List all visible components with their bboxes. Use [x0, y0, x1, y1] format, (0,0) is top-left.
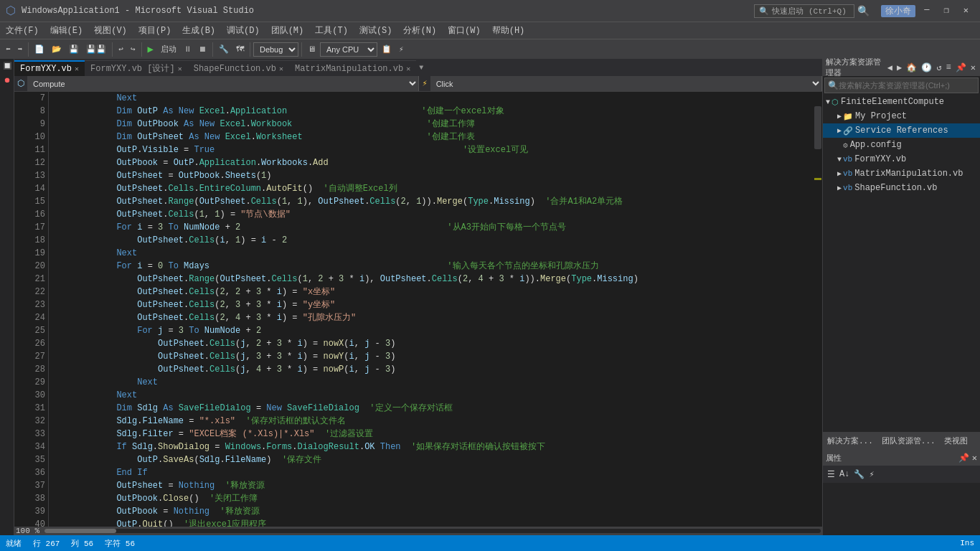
tab-formyxy-vb[interactable]: FormYXY.vb ✕ [14, 60, 85, 76]
window-title: WindowsApplication1 - Microsoft Visual S… [22, 6, 748, 16]
tab-label-formyxy: FormYXY.vb [20, 64, 72, 74]
tab-matrix[interactable]: MatrixManipulation.vb ✕ [289, 60, 416, 76]
tree-arrow-root: ▼ [826, 98, 830, 106]
sep1 [28, 42, 29, 57]
prop-pin-icon[interactable]: 📌 [958, 453, 969, 463]
close-tab-formyxy[interactable]: ✕ [75, 65, 79, 73]
prop-close-icon[interactable]: ✕ [972, 453, 977, 463]
se-clock-icon[interactable]: 🕐 [920, 61, 933, 75]
sep6 [301, 42, 302, 57]
platform-select[interactable]: Any CPU [320, 42, 377, 57]
se-tab-team[interactable]: 团队资源管... [877, 432, 940, 449]
tree-label-shape: ShapeFunction.vb [854, 183, 937, 193]
search-box[interactable]: 🔍 快速启动 (Ctrl+Q) [754, 4, 854, 18]
code-editor[interactable]: 7891011 1213141516 1718192021 2223242526… [14, 92, 822, 527]
mini-scrollbar-thumb [814, 106, 821, 149]
tree-label-appconfig: App.config [850, 140, 902, 150]
menu-analyze[interactable]: 分析(N) [397, 22, 442, 39]
minimize-button[interactable]: ─ [918, 5, 935, 17]
start-label[interactable]: 启动 [158, 42, 179, 56]
tab-formyxy-design[interactable]: FormYXY.vb [设计] ✕ [85, 60, 188, 76]
scrollbar-thumb[interactable] [44, 529, 116, 533]
se-refresh-icon[interactable]: ↺ [935, 61, 943, 75]
menu-test[interactable]: 测试(S) [354, 22, 398, 39]
prop-props-icon[interactable]: 🔧 [852, 468, 866, 481]
se-tab-solution[interactable]: 解决方案... [823, 432, 877, 449]
menu-tools[interactable]: 工具(T) [309, 22, 354, 39]
menu-file[interactable]: 文件(F) [0, 22, 44, 39]
menu-team[interactable]: 团队(M) [265, 22, 310, 39]
tree-item-shape[interactable]: ▶ vb ShapeFunction.vb [823, 181, 980, 195]
menu-debug[interactable]: 调试(D) [221, 22, 265, 39]
mini-scrollbar[interactable] [814, 92, 822, 527]
close-tab-design[interactable]: ✕ [178, 65, 182, 73]
se-search-input[interactable] [839, 81, 975, 90]
scrollbar-track[interactable] [44, 529, 821, 533]
save-all-button[interactable]: 💾💾 [83, 43, 109, 55]
forward-button[interactable]: ➡ [15, 43, 26, 55]
se-nav-forward[interactable]: ▶ [895, 61, 903, 75]
tree-item-service-refs[interactable]: ▶ 🔗 Service References [823, 123, 980, 138]
restore-button[interactable]: ❐ [938, 5, 955, 17]
menu-project[interactable]: 项目(P) [133, 22, 177, 39]
se-settings-icon[interactable]: ≡ [945, 61, 953, 75]
code-nav-method-select[interactable]: Click [430, 76, 822, 91]
prop-category-icon[interactable]: ☰ [826, 468, 837, 481]
stop-button[interactable]: ⏹ [196, 43, 209, 55]
code-nav-class-select[interactable]: Compute [27, 76, 419, 91]
tree-arrow-matrix: ▶ [837, 169, 842, 178]
menu-edit[interactable]: 编辑(E) [44, 22, 89, 39]
prop-alpha-icon[interactable]: A↓ [838, 468, 851, 481]
tree-item-myproject[interactable]: ▶ 📁 My Project [823, 109, 980, 123]
close-button[interactable]: ✕ [958, 5, 974, 17]
tree-item-matrix[interactable]: ▶ vb MatrixManipulation.vb [823, 166, 980, 181]
tf-button[interactable]: 📋 [379, 43, 395, 55]
close-tab-shape[interactable]: ✕ [279, 65, 283, 73]
solution-explorer-search[interactable]: 🔍 [824, 77, 979, 93]
code-nav-left-icon: ⬡ [14, 76, 27, 91]
tree-item-formyxy[interactable]: ▼ vb FormYXY.vb [823, 152, 980, 166]
debug-config-select[interactable]: Debug [253, 42, 298, 57]
horizontal-scrollbar[interactable]: 100 % [14, 527, 822, 535]
pause-button[interactable]: ⏸ [181, 43, 194, 55]
status-ready: 就绪 [6, 538, 22, 549]
nav-button[interactable]: 🗺 [233, 43, 247, 55]
start-button[interactable]: ▶ [145, 42, 156, 57]
tab-shapefunction[interactable]: ShapeFunction.vb ✕ [188, 60, 289, 76]
search-icon2: 🔍 [857, 5, 870, 17]
main-layout: 🔲 ⏺ FormYXY.vb ✕ FormYXY.vb [设计] ✕ Shape… [0, 59, 980, 535]
status-line: 行 267 [33, 538, 60, 549]
se-tab-classview[interactable]: 类视图 [940, 432, 972, 449]
se-close-icon[interactable]: ✕ [969, 61, 977, 75]
prop-events-icon[interactable]: ⚡ [867, 468, 875, 481]
save-button[interactable]: 💾 [66, 43, 82, 55]
menu-view[interactable]: 视图(V) [88, 22, 133, 39]
tab-overflow-arrow[interactable]: ▼ [416, 64, 426, 72]
platform-icon: 🖥 [305, 43, 319, 55]
solution-tree: ▼ ⬡ FiniteElementCompute ▶ 📁 My Project … [823, 95, 980, 432]
open-button[interactable]: 📂 [49, 43, 65, 55]
se-nav-back[interactable]: ◀ [886, 61, 894, 75]
menu-help[interactable]: 帮助(H) [486, 22, 531, 39]
menu-build[interactable]: 生成(B) [176, 22, 221, 39]
menu-window[interactable]: 窗口(W) [442, 22, 486, 39]
tree-item-appconfig[interactable]: ▶ ⚙ App.config [823, 138, 980, 152]
sep3 [141, 42, 142, 57]
se-home-icon[interactable]: 🏠 [905, 61, 918, 75]
new-file-button[interactable]: 📄 [32, 43, 47, 55]
close-tab-matrix[interactable]: ✕ [406, 65, 410, 73]
left-margin: 🔲 ⏺ [0, 59, 14, 535]
code-nav-right-icon: ⚡ [419, 76, 430, 91]
undo-button[interactable]: ↩ [116, 43, 126, 55]
code-content[interactable]: Next Dim OutP As New Excel.Application '… [49, 92, 814, 527]
redo-button[interactable]: ↪ [128, 43, 138, 55]
tree-item-root[interactable]: ▼ ⬡ FiniteElementCompute [823, 95, 980, 109]
user-badge[interactable]: 徐小奇 [881, 5, 915, 17]
se-pin-icon[interactable]: 📌 [954, 61, 968, 75]
attach-button[interactable]: 🔧 [216, 43, 232, 55]
back-button[interactable]: ⬅ [3, 43, 14, 55]
margin-icon-2: ⏺ [0, 73, 14, 88]
more-button[interactable]: ⚡ [396, 43, 407, 55]
tabs-bar: FormYXY.vb ✕ FormYXY.vb [设计] ✕ ShapeFunc… [14, 59, 822, 76]
tab-label-design: FormYXY.vb [设计] [90, 62, 175, 75]
